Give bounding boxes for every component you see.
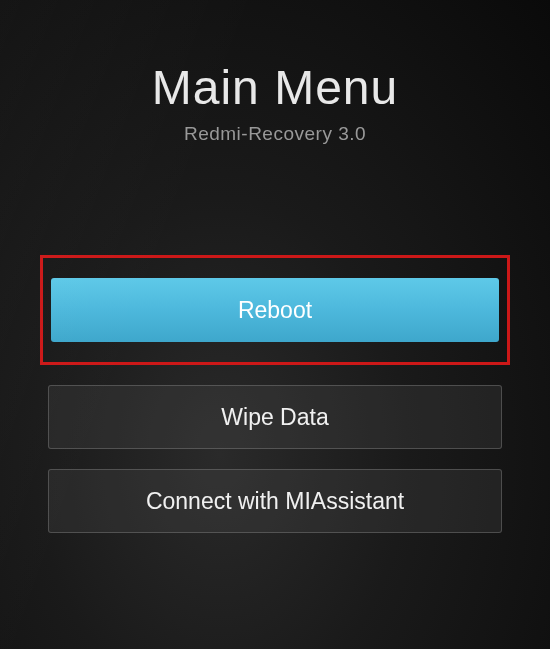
main-menu: Reboot Wipe Data Connect with MIAssistan… bbox=[30, 255, 520, 533]
connect-miassistant-button[interactable]: Connect with MIAssistant bbox=[48, 469, 502, 533]
wipe-data-button[interactable]: Wipe Data bbox=[48, 385, 502, 449]
annotation-highlight: Reboot bbox=[40, 255, 510, 365]
page-subtitle: Redmi-Recovery 3.0 bbox=[184, 123, 366, 145]
page-title: Main Menu bbox=[152, 60, 398, 115]
recovery-screen: Main Menu Redmi-Recovery 3.0 Reboot Wipe… bbox=[0, 0, 550, 649]
reboot-button[interactable]: Reboot bbox=[51, 278, 499, 342]
